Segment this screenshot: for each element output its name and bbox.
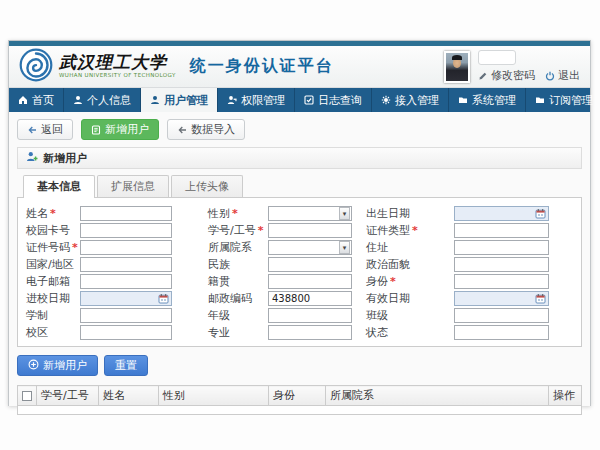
field-label: 出生日期* — [366, 206, 454, 221]
calendar-icon — [158, 289, 169, 308]
tab-2[interactable]: 扩展信息 — [97, 175, 169, 198]
field-select-r1c2[interactable]: ▾ — [268, 206, 352, 221]
data-import-button[interactable]: 数据导入 — [167, 119, 245, 140]
field-label: 所属院系* — [208, 240, 268, 255]
nav-item-label: 用户管理 — [164, 93, 208, 108]
field-label: 邮政编码* — [208, 291, 268, 306]
change-password-link[interactable]: 修改密码 — [478, 68, 535, 83]
nav-item-label: 系统管理 — [472, 93, 516, 108]
folder-icon — [458, 95, 468, 105]
field-input-r8c1[interactable] — [80, 325, 172, 340]
nav-item-2[interactable]: 个人信息 — [64, 88, 141, 112]
field-input-r2c3[interactable] — [454, 223, 549, 238]
field-input-r7c2[interactable] — [268, 308, 352, 323]
column-header-1: 学号/工号 — [37, 386, 99, 406]
form-actions: 新增用户 重置 — [17, 355, 582, 376]
nav-item-4[interactable]: 权限管理 — [218, 88, 295, 112]
nav-item-label: 首页 — [32, 93, 54, 108]
form-field-r2c1: 校园卡号* — [22, 222, 208, 239]
logout-link[interactable]: 退出 — [545, 68, 580, 83]
form-field-r5c1: 电子邮箱* — [22, 273, 208, 290]
field-input-r6c2[interactable] — [268, 291, 352, 306]
calendar-icon — [535, 204, 546, 223]
back-arrow-icon — [27, 125, 37, 135]
field-label: 有效日期* — [366, 291, 454, 306]
field-input-r3c1[interactable] — [80, 240, 172, 255]
field-date-r6c3[interactable] — [454, 291, 549, 306]
form-field-r3c2: 所属院系*▾ — [208, 239, 366, 256]
nav-item-1[interactable]: 首页 — [9, 88, 64, 112]
nav-item-8[interactable]: 订阅管理 — [526, 88, 600, 112]
required-asterisk: * — [412, 224, 418, 237]
form-field-r7c1: 学制* — [22, 307, 208, 324]
form-field-r8c1: 校区* — [22, 324, 208, 341]
nav-item-label: 日志查询 — [318, 93, 362, 108]
field-label: 民族* — [208, 257, 268, 272]
select-all-header-cell — [18, 386, 37, 406]
field-input-r1c1[interactable] — [80, 206, 172, 221]
field-label: 证件类型* — [366, 223, 454, 238]
new-user-toolbar-button[interactable]: 新增用户 — [81, 119, 159, 140]
toolbar: 返回 新增用户 数据导入 — [17, 119, 582, 140]
users-table: 学号/工号姓名性别身份所属院系操作 — [17, 385, 582, 415]
form-tabs: 基本信息扩展信息上传头像 — [17, 169, 582, 197]
field-input-r7c3[interactable] — [454, 308, 549, 323]
users-table-header: 学号/工号姓名性别身份所属院系操作 — [18, 386, 582, 406]
content-area: 返回 新增用户 数据导入 新增用户 基本信息扩展信息上传头像 — [9, 112, 590, 406]
calendar-icon — [535, 289, 546, 308]
required-asterisk: * — [258, 224, 264, 237]
required-asterisk: * — [232, 207, 238, 220]
back-label: 返回 — [41, 122, 63, 137]
nav-item-7[interactable]: 系统管理 — [449, 88, 526, 112]
field-label: 校园卡号* — [22, 223, 80, 238]
nav-item-label: 个人信息 — [87, 93, 131, 108]
field-date-r6c1[interactable] — [80, 291, 172, 306]
field-input-r4c2[interactable] — [268, 257, 352, 272]
folder-icon — [535, 95, 545, 105]
field-input-r2c1[interactable] — [80, 223, 172, 238]
field-date-r1c3[interactable] — [454, 206, 549, 221]
submit-label: 新增用户 — [43, 358, 87, 373]
reset-button[interactable]: 重置 — [104, 355, 148, 376]
select-all-checkbox[interactable] — [22, 391, 32, 401]
main-nav: 首页个人信息用户管理权限管理日志查询接入管理系统管理订阅管理 — [9, 88, 590, 112]
field-label: 电子邮箱* — [22, 274, 80, 289]
form-field-r6c3: 有效日期* — [366, 290, 577, 307]
field-label: 证件号码* — [22, 240, 80, 255]
university-name-en: WUHAN UNIVERSITY OF TECHNOLOGY — [59, 73, 176, 79]
nav-item-6[interactable]: 接入管理 — [372, 88, 449, 112]
field-label: 班级* — [366, 308, 454, 323]
back-button[interactable]: 返回 — [17, 119, 73, 140]
tab-1[interactable]: 基本信息 — [23, 175, 95, 198]
nav-item-3[interactable]: 用户管理 — [141, 88, 218, 112]
field-input-r8c2[interactable] — [268, 325, 352, 340]
field-select-r3c2[interactable]: ▾ — [268, 240, 352, 255]
nav-item-5[interactable]: 日志查询 — [295, 88, 372, 112]
user-avatar[interactable] — [444, 51, 470, 83]
field-label: 政治面貌* — [366, 257, 454, 272]
field-input-r7c1[interactable] — [80, 308, 172, 323]
field-input-r4c3[interactable] — [454, 257, 549, 272]
column-header-6: 操作 — [549, 386, 582, 406]
nav-item-label: 权限管理 — [241, 93, 285, 108]
tab-3[interactable]: 上传头像 — [171, 175, 243, 198]
field-input-r2c2[interactable] — [268, 223, 352, 238]
field-input-r3c3[interactable] — [454, 240, 549, 255]
nav-item-label: 订阅管理 — [549, 93, 593, 108]
field-input-r5c1[interactable] — [80, 274, 172, 289]
field-input-r5c3[interactable] — [454, 274, 549, 289]
field-label: 姓名* — [22, 206, 80, 221]
section-header: 新增用户 — [17, 147, 582, 169]
field-label: 籍贯* — [208, 274, 268, 289]
users-icon — [150, 95, 160, 105]
new-user-doc-icon — [91, 125, 101, 135]
form-field-r8c3: 状态* — [366, 324, 577, 341]
field-input-r8c3[interactable] — [454, 325, 549, 340]
field-input-r4c1[interactable] — [80, 257, 172, 272]
plus-circle-icon — [28, 359, 39, 373]
column-header-5: 所属院系 — [326, 386, 549, 406]
field-input-r5c2[interactable] — [268, 274, 352, 289]
form-field-r1c3: 出生日期* — [366, 205, 577, 222]
submit-new-user-button[interactable]: 新增用户 — [17, 355, 98, 376]
home-icon — [18, 95, 28, 105]
